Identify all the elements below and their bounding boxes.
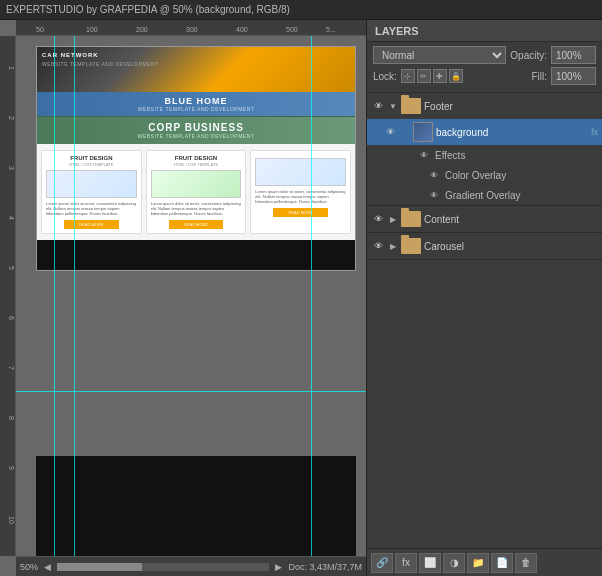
lock-fill-row: Lock: ⊹ ✏ ✚ 🔒 Fill: bbox=[373, 67, 596, 85]
background-thumb bbox=[413, 122, 433, 142]
ruler-top: 50 100 200 300 400 500 5... bbox=[16, 20, 366, 36]
guide-vertical-1 bbox=[54, 36, 55, 556]
card-1-title: FRUIT DESIGN bbox=[46, 155, 137, 161]
new-layer-btn[interactable]: 📄 bbox=[491, 553, 513, 573]
content-expand-arrow[interactable]: ▶ bbox=[388, 214, 398, 224]
color-overlay-visibility[interactable]: 👁 bbox=[427, 168, 441, 182]
layers-panel: LAYERS Normal Multiply Screen Overlay Op… bbox=[366, 20, 602, 576]
background-visibility[interactable]: 👁 bbox=[383, 125, 397, 139]
background-layer-row[interactable]: 👁 background fx bbox=[367, 119, 602, 145]
delete-layer-btn[interactable]: 🗑 bbox=[515, 553, 537, 573]
corp-business-sub: WEBSITE TEMPLATE AND DEVELOPMENT bbox=[45, 133, 347, 139]
effects-label: Effects bbox=[435, 150, 465, 161]
zoom-level: 50% bbox=[20, 562, 38, 572]
gradient-overlay-row: 👁 Gradient Overlay bbox=[367, 185, 602, 205]
content-visibility[interactable]: 👁 bbox=[371, 212, 385, 226]
website-mockup: CAR NETWORK WEBSITE TEMPLATE AND DEVELOP… bbox=[36, 46, 356, 271]
card-3-btn[interactable]: READ MORE bbox=[273, 208, 327, 217]
fx-badge: fx bbox=[591, 127, 598, 137]
canvas-content: CAR NETWORK WEBSITE TEMPLATE AND DEVELOP… bbox=[16, 36, 366, 556]
cards-row: FRUIT DESIGN HTML / CSS TEMPLATE Lorem i… bbox=[37, 144, 355, 240]
card-3: Lorem ipsum dolor sit amet, consectetur … bbox=[250, 150, 351, 234]
layers-title: LAYERS bbox=[375, 25, 419, 37]
layer-toolbar: 🔗 fx ⬜ ◑ 📁 📄 🗑 bbox=[367, 548, 602, 576]
card-2-btn[interactable]: READ MORE bbox=[169, 220, 223, 229]
bottom-bar: 50% ◀ ▶ Doc: 3,43M/37,7M bbox=[16, 556, 366, 576]
layers-title-bar: LAYERS bbox=[367, 20, 602, 42]
content-folder-shape bbox=[401, 211, 421, 227]
opacity-input[interactable] bbox=[551, 46, 596, 64]
lock-move[interactable]: ✚ bbox=[433, 69, 447, 83]
carousel-group: 👁 ▶ Carousel bbox=[367, 233, 602, 260]
carousel-layer-name: Carousel bbox=[424, 241, 598, 252]
carousel-layer-row[interactable]: 👁 ▶ Carousel bbox=[367, 233, 602, 259]
layer-adjustment-btn[interactable]: ◑ bbox=[443, 553, 465, 573]
main-layout: 50 100 200 300 400 500 5... 1 2 3 4 5 6 … bbox=[0, 20, 602, 576]
mockup-header-sub: WEBSITE TEMPLATE AND DEVELOPMENT bbox=[42, 61, 159, 67]
background-layer-name: background bbox=[436, 127, 586, 138]
footer-layer-row[interactable]: 👁 ▼ Footer bbox=[367, 93, 602, 119]
guide-vertical-2 bbox=[74, 36, 75, 556]
content-folder-icon bbox=[401, 209, 421, 229]
ruler-left: 1 2 3 4 5 6 7 8 9 10 bbox=[0, 36, 16, 556]
color-overlay-row: 👁 Color Overlay bbox=[367, 165, 602, 185]
corp-business-title: CORP BUSINESS bbox=[45, 122, 347, 133]
blue-home-title: BLUE HOME bbox=[45, 96, 347, 106]
lock-position[interactable]: ⊹ bbox=[401, 69, 415, 83]
mockup-nav-text: CAR NETWORK bbox=[42, 52, 99, 58]
card-1-image bbox=[46, 170, 137, 198]
fill-label: Fill: bbox=[531, 71, 547, 82]
lock-all[interactable]: 🔒 bbox=[449, 69, 463, 83]
footer-expand-arrow[interactable]: ▼ bbox=[388, 101, 398, 111]
link-layers-btn[interactable]: 🔗 bbox=[371, 553, 393, 573]
carousel-expand-arrow[interactable]: ▶ bbox=[388, 241, 398, 251]
card-2-text: Lorem ipsum dolor sit amet, consectetur … bbox=[151, 201, 242, 217]
footer-folder-icon bbox=[401, 96, 421, 116]
fill-input[interactable] bbox=[551, 67, 596, 85]
titlebar: EXPERTSTUDIO by GRAFPEDIA @ 50% (backgro… bbox=[0, 0, 602, 20]
footer-layer-name: Footer bbox=[424, 101, 598, 112]
card-1: FRUIT DESIGN HTML / CSS TEMPLATE Lorem i… bbox=[41, 150, 142, 234]
color-overlay-name: Color Overlay bbox=[445, 170, 506, 181]
blend-opacity-row: Normal Multiply Screen Overlay Opacity: bbox=[373, 46, 596, 64]
card-2-image bbox=[151, 170, 242, 198]
guide-horizontal-1 bbox=[16, 391, 366, 392]
title-text: EXPERTSTUDIO by GRAFPEDIA @ 50% (backgro… bbox=[6, 4, 290, 15]
layer-list[interactable]: 👁 ▼ Footer 👁 background fx bbox=[367, 93, 602, 548]
content-layer-row[interactable]: 👁 ▶ Content bbox=[367, 206, 602, 232]
canvas-black-area bbox=[36, 456, 356, 556]
effects-label-row: 👁 Effects bbox=[367, 145, 602, 165]
carousel-folder-icon bbox=[401, 236, 421, 256]
guide-vertical-3 bbox=[311, 36, 312, 556]
carousel-folder-shape bbox=[401, 238, 421, 254]
lock-icons: ⊹ ✏ ✚ 🔒 bbox=[401, 69, 463, 83]
card-2-title: FRUIT DESIGN bbox=[151, 155, 242, 161]
canvas-area[interactable]: 50 100 200 300 400 500 5... 1 2 3 4 5 6 … bbox=[0, 20, 366, 576]
lock-paint[interactable]: ✏ bbox=[417, 69, 431, 83]
card-2: FRUIT DESIGN HTML / CSS TEMPLATE Lorem i… bbox=[146, 150, 247, 234]
blend-mode-select[interactable]: Normal Multiply Screen Overlay bbox=[373, 46, 506, 64]
gradient-overlay-visibility[interactable]: 👁 bbox=[427, 188, 441, 202]
card-2-sub: HTML / CSS TEMPLATE bbox=[151, 162, 242, 167]
effects-visibility[interactable]: 👁 bbox=[417, 148, 431, 162]
content-group: 👁 ▶ Content bbox=[367, 206, 602, 233]
scroll-left[interactable]: ◀ bbox=[44, 562, 51, 572]
layer-fx-btn[interactable]: fx bbox=[395, 553, 417, 573]
layers-controls: Normal Multiply Screen Overlay Opacity: … bbox=[367, 42, 602, 93]
mockup-header: CAR NETWORK WEBSITE TEMPLATE AND DEVELOP… bbox=[37, 47, 355, 92]
card-3-image bbox=[255, 158, 346, 186]
content-layer-name: Content bbox=[424, 214, 598, 225]
scroll-right[interactable]: ▶ bbox=[275, 562, 282, 572]
carousel-visibility[interactable]: 👁 bbox=[371, 239, 385, 253]
card-1-text: Lorem ipsum dolor sit amet, consectetur … bbox=[46, 201, 137, 217]
card-3-text: Lorem ipsum dolor sit amet, consectetur … bbox=[255, 189, 346, 205]
footer-visibility[interactable]: 👁 bbox=[371, 99, 385, 113]
scroll-thumb[interactable] bbox=[57, 563, 142, 571]
layer-mask-btn[interactable]: ⬜ bbox=[419, 553, 441, 573]
scroll-track[interactable] bbox=[57, 563, 269, 571]
card-1-btn[interactable]: READ MORE bbox=[64, 220, 118, 229]
card-1-sub: HTML / CSS TEMPLATE bbox=[46, 162, 137, 167]
blue-home-banner: BLUE HOME WEBSITE TEMPLATE AND DEVELOPME… bbox=[37, 92, 355, 116]
doc-size: Doc: 3,43M/37,7M bbox=[288, 562, 362, 572]
new-group-btn[interactable]: 📁 bbox=[467, 553, 489, 573]
